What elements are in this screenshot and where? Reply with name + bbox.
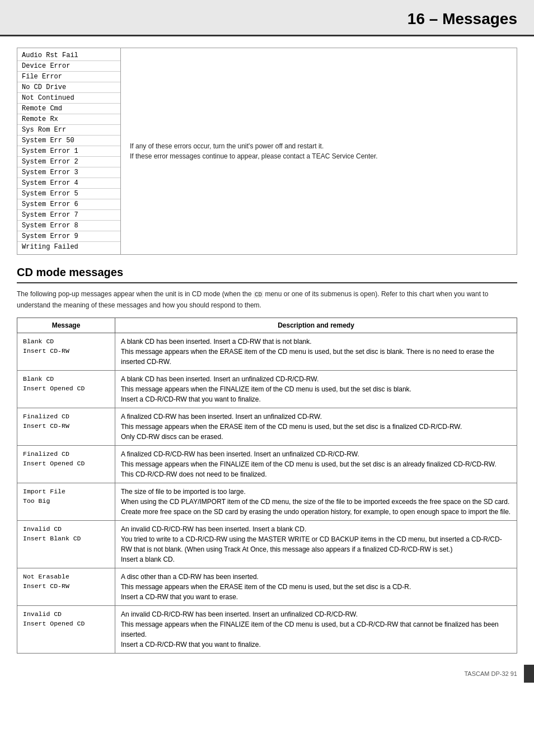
table-cell-description: The size of file to be imported is too l… [115,483,517,520]
error-list-item: System Error 1 [17,146,120,157]
table-cell-description: An invalid CD-R/CD-RW has been inserted.… [115,520,517,568]
footer-bar [524,665,534,683]
page-footer: TASCAM DP-32 91 [0,665,534,683]
error-list-item: System Error 8 [17,221,120,231]
error-list-item: Device Error [17,61,120,72]
error-description: If any of these errors occur, turn the u… [121,48,387,254]
error-list-item: System Error 3 [17,167,120,178]
table-cell-message: Blank CD Insert Opened CD [17,370,115,408]
footer-text: TASCAM DP-32 91 [464,670,517,677]
error-list-item: Writing Failed [17,242,120,252]
cd-intro: The following pop-up messages appear whe… [17,289,517,311]
table-row: Invalid CD Insert Opened CDAn invalid CD… [17,605,517,653]
error-list-item: System Error 7 [17,210,120,221]
error-list-item: System Error 9 [17,231,120,242]
table-cell-description: A finalized CD-RW has been inserted. Ins… [115,408,517,445]
table-cell-message: Not Erasable Insert CD-RW [17,568,115,605]
error-list: Audio Rst FailDevice ErrorFile ErrorNo C… [17,48,121,254]
table-row: Not Erasable Insert CD-RWA disc other th… [17,568,517,605]
table-row: Invalid CD Insert Blank CDAn invalid CD-… [17,520,517,568]
table-row: Blank CD Insert Opened CDA blank CD has … [17,370,517,408]
table-cell-message: Finalized CD Insert CD-RW [17,408,115,445]
table-cell-description: A blank CD has been inserted. Insert a C… [115,333,517,370]
table-cell-description: A disc other than a CD-RW has been inser… [115,568,517,605]
error-list-item: Remote Rx [17,114,120,125]
cd-section: CD mode messages The following pop-up me… [17,266,517,654]
table-header-message: Message [17,318,115,333]
error-list-item: No CD Drive [17,82,120,93]
table-cell-message: Invalid CD Insert Blank CD [17,520,115,568]
table-cell-message: Invalid CD Insert Opened CD [17,605,115,653]
error-list-item: System Error 2 [17,157,120,167]
table-row: Finalized CD Insert Opened CDA finalized… [17,445,517,483]
error-list-item: System Error 5 [17,189,120,199]
error-list-item: System Error 4 [17,178,120,189]
table-cell-message: Blank CD Insert CD-RW [17,333,115,370]
error-description-text: If any of these errors occur, turn the u… [130,141,378,161]
table-cell-description: A finalized CD-R/CD-RW has been inserted… [115,445,517,483]
page-header: 16 – Messages [0,0,534,36]
table-cell-message: Finalized CD Insert Opened CD [17,445,115,483]
error-list-item: System Error 6 [17,199,120,210]
error-list-item: File Error [17,72,120,82]
table-row: Finalized CD Insert CD-RWA finalized CD-… [17,408,517,445]
error-list-item: Remote Cmd [17,104,120,114]
cd-messages-table: Message Description and remedy Blank CD … [17,318,517,654]
cd-section-title: CD mode messages [17,266,517,283]
error-section: Audio Rst FailDevice ErrorFile ErrorNo C… [17,48,517,255]
table-cell-message: Import File Too Big [17,483,115,520]
table-row: Blank CD Insert CD-RWA blank CD has been… [17,333,517,370]
error-list-item: Not Continued [17,93,120,104]
table-cell-description: A blank CD has been inserted. Insert an … [115,370,517,408]
error-list-item: System Err 50 [17,136,120,146]
error-list-item: Sys Rom Err [17,125,120,136]
table-cell-description: An invalid CD-R/CD-RW has been inserted.… [115,605,517,653]
error-list-item: Audio Rst Fail [17,50,120,61]
table-header-description: Description and remedy [115,318,517,333]
page-title: 16 – Messages [17,10,517,28]
table-row: Import File Too BigThe size of file to b… [17,483,517,520]
